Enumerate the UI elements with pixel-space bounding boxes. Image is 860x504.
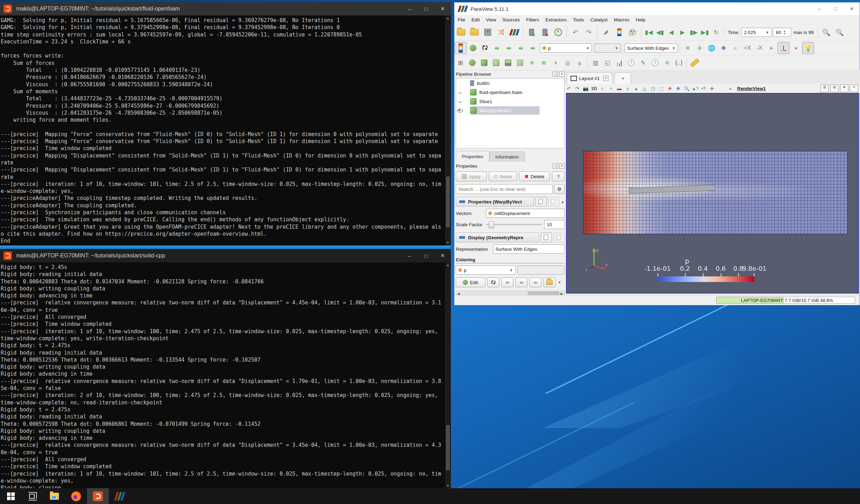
scroll-down-icon[interactable]: ▼ — [445, 483, 451, 489]
close-button[interactable]: ✕ — [844, 2, 860, 15]
tab-properties[interactable]: Properties — [456, 151, 489, 162]
contour-filter-button[interactable] — [467, 57, 478, 68]
menu-view[interactable]: View — [483, 17, 499, 22]
rescale-temporal-button[interactable]: ⇹ — [515, 277, 527, 287]
zoom-box-icon[interactable]: ⌕ — [730, 42, 741, 54]
rescale-data-range-button[interactable]: 🗘 — [479, 42, 491, 54]
minimize-button[interactable]: – — [811, 2, 827, 15]
toolbar-overflow-chevron[interactable]: » — [790, 42, 801, 54]
scalar-bar-visibility-button[interactable] — [455, 42, 467, 54]
extract-subset-button[interactable] — [514, 57, 526, 68]
paraview-flask-icon[interactable] — [508, 26, 521, 39]
play-button[interactable]: ▶ — [677, 26, 688, 39]
toggle-selection-button[interactable]: ± — [624, 85, 632, 92]
redo-button[interactable]: ↷ — [582, 26, 595, 39]
hover-points-button[interactable]: •? — [699, 85, 708, 92]
clip-filter-button[interactable] — [479, 57, 490, 68]
pipeline-item-builtin[interactable]: builtin: — [456, 79, 564, 88]
visibility-eye-closed-icon[interactable] — [456, 91, 464, 94]
maximize-button[interactable]: □ — [418, 2, 434, 15]
source-direction-button[interactable]: ⬈ — [600, 26, 612, 39]
reset-camera-button[interactable]: ✕ — [682, 42, 693, 54]
calculator-filter-button[interactable]: ⊞ — [455, 57, 466, 68]
menu-extractors[interactable]: Extractors — [542, 17, 570, 22]
file-explorer-button[interactable] — [44, 488, 65, 504]
slider-knob[interactable] — [489, 221, 494, 228]
previous-frame-button[interactable]: ◀▮ — [655, 26, 665, 39]
menu-sources[interactable]: Sources — [499, 17, 523, 22]
zoom-to-box-button[interactable]: 🔍 — [820, 26, 833, 39]
close-tab-icon[interactable]: ✕ — [603, 76, 608, 81]
terminal-titlebar[interactable]: makis@LAPTOP-EG70MINT: ~/tutorials/quick… — [0, 249, 451, 262]
menu-tools[interactable]: Tools — [570, 17, 587, 22]
frame-spinbox[interactable]: 80 ▲▼ — [773, 28, 791, 37]
start-button[interactable] — [0, 488, 22, 504]
orientation-axes-toggle[interactable] — [778, 42, 789, 54]
select-points-on-button[interactable]: △ — [640, 85, 649, 92]
view-plus-x-button[interactable]: +X — [742, 42, 753, 54]
capture-screenshot-button[interactable]: 📷 — [581, 85, 590, 92]
save-state-button[interactable] — [468, 26, 481, 39]
toggle-2d-3d-button[interactable]: 3D — [590, 85, 598, 92]
search-options-gear-icon[interactable]: ⚙ — [554, 184, 565, 194]
rescale-rotational-range-button[interactable]: ⇹ — [527, 42, 538, 54]
split-vertical-button[interactable]: ▤ — [830, 85, 839, 92]
close-button[interactable]: ✕ — [434, 2, 451, 15]
vectors-select[interactable]: cellDisplacement — [486, 209, 565, 218]
glyph-filter-button[interactable]: ✳ — [526, 57, 538, 68]
zoom-box-button[interactable]: ⌕ — [598, 85, 607, 92]
programmable-filter-button[interactable]: {..} — [673, 57, 685, 68]
first-frame-button[interactable]: ▮◀ — [644, 26, 654, 39]
rescale-custom-range-button[interactable]: ⇹ — [491, 42, 502, 54]
edit-colormap-button[interactable] — [467, 42, 479, 54]
scroll-up-icon[interactable]: ▲ — [445, 15, 451, 21]
representation-select[interactable]: Surface With Edges — [493, 244, 565, 254]
delete-button[interactable]: ✖ Delete — [519, 172, 550, 181]
connect-server-button[interactable] — [525, 26, 538, 39]
scroll-down-icon[interactable]: ▼ — [558, 280, 561, 284]
menu-catalyst[interactable]: Catalyst — [587, 17, 611, 22]
split-horizontal-button[interactable]: ▥ — [820, 85, 829, 92]
histogram-button[interactable]: ▥ — [590, 57, 601, 68]
coloring-component-select[interactable] — [518, 266, 565, 275]
play-reverse-button[interactable]: ◀ — [666, 26, 676, 39]
paraview-taskbar-button[interactable] — [109, 488, 131, 504]
scroll-down-icon[interactable]: ▼ — [445, 240, 451, 246]
last-frame-button[interactable]: ▶▮ — [700, 26, 710, 39]
zoom-to-data-button[interactable]: ✛ — [694, 42, 705, 54]
component-select[interactable]: ▼ — [594, 43, 621, 53]
plot-over-time-button[interactable]: 🕒 — [626, 57, 637, 68]
bar-chart-button[interactable]: 📊 — [614, 57, 625, 68]
edit-color-map-button[interactable]: Edit — [456, 277, 485, 287]
pipeline-item-fluid-openfoam[interactable]: fluid-openfoam.foam — [456, 88, 564, 97]
visibility-eye-open-icon[interactable] — [456, 109, 464, 113]
select-block-button[interactable]: ❖ — [666, 85, 674, 92]
help-button[interactable]: ? — [552, 172, 565, 181]
apply-button[interactable]: Apply — [456, 172, 487, 181]
view-toolbar-overflow-chevron[interactable]: » — [726, 85, 734, 92]
scrollbar-thumb[interactable] — [446, 176, 450, 227]
ruler-button[interactable] — [689, 57, 700, 68]
camera-undo-button[interactable]: ↶ — [565, 85, 573, 92]
minimize-button[interactable]: – — [401, 2, 418, 15]
maximize-button[interactable]: □ — [418, 249, 434, 262]
undo-button[interactable]: ↶ — [569, 26, 582, 39]
menu-help[interactable]: Help — [633, 17, 649, 22]
warp-by-vector-button[interactable]: ◗ — [550, 57, 561, 68]
close-button[interactable]: ✕ — [434, 249, 451, 262]
zoom-plus-button[interactable]: 🔍 — [833, 26, 846, 39]
open-file-button[interactable] — [455, 26, 467, 39]
select-points-through-button[interactable]: ⬚ — [657, 85, 666, 92]
undock-panel-icon[interactable]: ❏ — [553, 163, 558, 169]
group-datasets-button[interactable]: ◎ — [562, 57, 573, 68]
pipeline-item-warpbyvector1[interactable]: WarpByVector1 — [456, 106, 564, 115]
rescale-visible-button[interactable]: ⇹ — [529, 277, 541, 287]
rescale-custom-button[interactable]: ⇹ — [501, 277, 513, 287]
scale-factor-input[interactable]: 10 — [544, 220, 565, 229]
close-panel-icon[interactable]: ✕ — [559, 72, 565, 77]
view-minus-x-button[interactable]: -X — [754, 42, 765, 54]
next-frame-button[interactable]: ▮▶ — [688, 26, 699, 39]
tab-information[interactable]: Information — [489, 152, 525, 162]
undock-panel-icon[interactable]: ❏ — [553, 72, 558, 77]
coloring-array-select[interactable]: p▼ — [456, 266, 515, 275]
